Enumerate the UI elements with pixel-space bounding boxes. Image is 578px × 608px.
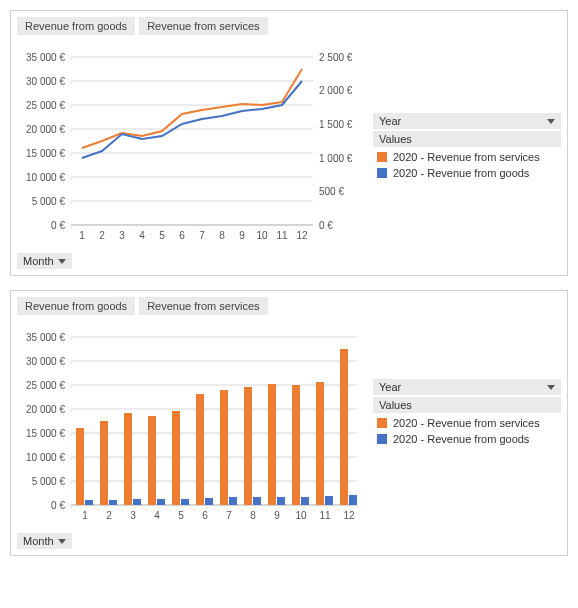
x-tick: 10 — [256, 230, 268, 241]
legend-label: 2020 - Revenue from goods — [393, 433, 529, 445]
svg-rect-34 — [268, 384, 276, 505]
svg-rect-30 — [220, 390, 228, 505]
svg-rect-21 — [109, 500, 117, 505]
x-tick: 12 — [343, 510, 355, 521]
measure-tabs: Revenue from goods Revenue from services — [17, 297, 561, 315]
y-tick: 5 000 € — [32, 196, 66, 207]
svg-rect-20 — [100, 421, 108, 505]
values-header: Values — [373, 131, 561, 147]
svg-rect-25 — [157, 499, 165, 505]
svg-rect-29 — [205, 498, 213, 505]
x-tick: 12 — [296, 230, 308, 241]
y2-tick: 1 500 € — [319, 119, 353, 130]
svg-rect-24 — [148, 416, 156, 505]
y-tick: 0 € — [51, 220, 65, 231]
x-tick: 5 — [178, 510, 184, 521]
bar-chart-panel: Revenue from goods Revenue from services… — [10, 290, 568, 556]
svg-rect-32 — [244, 387, 252, 505]
y-tick: 15 000 € — [26, 428, 65, 439]
legend-swatch-icon — [377, 418, 387, 428]
x-tick: 4 — [154, 510, 160, 521]
y-tick: 30 000 € — [26, 356, 65, 367]
month-dropdown[interactable]: Month — [17, 533, 72, 549]
bar-group — [76, 349, 357, 505]
svg-rect-36 — [292, 385, 300, 505]
y2-tick: 2 500 € — [319, 52, 353, 63]
x-tick: 8 — [219, 230, 225, 241]
y-tick: 20 000 € — [26, 404, 65, 415]
month-dropdown-label: Month — [23, 535, 54, 547]
y-tick: 0 € — [51, 500, 65, 511]
values-header: Values — [373, 397, 561, 413]
y-tick: 30 000 € — [26, 76, 65, 87]
y2-tick: 500 € — [319, 186, 344, 197]
svg-rect-38 — [316, 382, 324, 505]
x-tick: 6 — [202, 510, 208, 521]
y2-tick: 2 000 € — [319, 85, 353, 96]
svg-rect-37 — [301, 497, 309, 505]
x-tick: 9 — [274, 510, 280, 521]
x-tick: 3 — [119, 230, 125, 241]
svg-rect-40 — [340, 349, 348, 505]
line-series-goods — [82, 81, 302, 158]
y-tick: 20 000 € — [26, 124, 65, 135]
bar-chart: 0 € 5 000 € 10 000 € 15 000 € 20 000 € 2… — [17, 319, 367, 549]
x-tick: 11 — [276, 230, 288, 241]
svg-rect-39 — [325, 496, 333, 505]
x-tick: 1 — [82, 510, 88, 521]
tab-revenue-services[interactable]: Revenue from services — [139, 17, 268, 35]
y-tick: 35 000 € — [26, 52, 65, 63]
month-dropdown-label: Month — [23, 255, 54, 267]
x-tick: 3 — [130, 510, 136, 521]
line-chart-panel: Revenue from goods Revenue from services… — [10, 10, 568, 276]
year-dropdown[interactable]: Year — [373, 379, 561, 395]
chevron-down-icon — [547, 119, 555, 124]
x-tick: 4 — [139, 230, 145, 241]
x-tick: 7 — [199, 230, 205, 241]
legend-item-services[interactable]: 2020 - Revenue from services — [373, 415, 561, 431]
svg-rect-41 — [349, 495, 357, 505]
x-tick: 7 — [226, 510, 232, 521]
y-tick: 15 000 € — [26, 148, 65, 159]
chevron-down-icon — [58, 539, 66, 544]
x-tick: 2 — [99, 230, 105, 241]
chevron-down-icon — [547, 385, 555, 390]
svg-rect-19 — [85, 500, 93, 505]
legend-item-services[interactable]: 2020 - Revenue from services — [373, 149, 561, 165]
month-dropdown[interactable]: Month — [17, 253, 72, 269]
legend-label: 2020 - Revenue from services — [393, 417, 540, 429]
legend-item-goods[interactable]: 2020 - Revenue from goods — [373, 165, 561, 181]
svg-rect-33 — [253, 497, 261, 505]
x-tick: 9 — [239, 230, 245, 241]
x-tick: 8 — [250, 510, 256, 521]
svg-rect-27 — [181, 499, 189, 505]
x-tick: 1 — [79, 230, 85, 241]
y-tick: 10 000 € — [26, 172, 65, 183]
svg-rect-22 — [124, 413, 132, 505]
tab-revenue-services[interactable]: Revenue from services — [139, 297, 268, 315]
y2-tick: 0 € — [319, 220, 333, 231]
x-tick: 11 — [319, 510, 331, 521]
svg-rect-23 — [133, 499, 141, 505]
chevron-down-icon — [58, 259, 66, 264]
svg-rect-35 — [277, 497, 285, 505]
legend-label: 2020 - Revenue from goods — [393, 167, 529, 179]
x-tick: 6 — [179, 230, 185, 241]
y-tick: 5 000 € — [32, 476, 66, 487]
measure-tabs: Revenue from goods Revenue from services — [17, 17, 561, 35]
legend-swatch-icon — [377, 434, 387, 444]
tab-revenue-goods[interactable]: Revenue from goods — [17, 297, 135, 315]
x-tick: 2 — [106, 510, 112, 521]
y-tick: 10 000 € — [26, 452, 65, 463]
line-chart: 0 € 5 000 € 10 000 € 15 000 € 20 000 € 2… — [17, 39, 367, 269]
legend-swatch-icon — [377, 168, 387, 178]
legend-item-goods[interactable]: 2020 - Revenue from goods — [373, 431, 561, 447]
year-dropdown[interactable]: Year — [373, 113, 561, 129]
svg-rect-28 — [196, 394, 204, 505]
x-tick: 5 — [159, 230, 165, 241]
tab-revenue-goods[interactable]: Revenue from goods — [17, 17, 135, 35]
svg-rect-26 — [172, 411, 180, 505]
y-tick: 25 000 € — [26, 380, 65, 391]
svg-rect-18 — [76, 428, 84, 505]
svg-rect-31 — [229, 497, 237, 505]
